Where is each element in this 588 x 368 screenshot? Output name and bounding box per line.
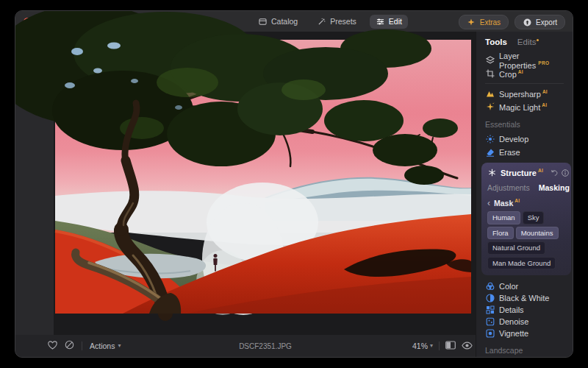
section-landscape: Landscape — [485, 346, 567, 355]
filename-label: DSCF2351.JPG — [236, 335, 295, 357]
extras-button[interactable]: Extras — [459, 15, 509, 29]
vignette-icon — [485, 329, 495, 339]
compare-icon — [445, 341, 456, 350]
tab-presets-label: Presets — [330, 17, 356, 26]
magic-light-icon — [485, 102, 495, 112]
export-button[interactable]: Export — [514, 15, 565, 29]
tool-label: Magic LightAI — [499, 102, 547, 112]
tool-label: Color — [499, 282, 518, 291]
photo-image — [55, 40, 471, 314]
divider — [439, 342, 440, 350]
bottom-toolbar: Actions ▾ DSCF2351.JPG 41% ▾ — [15, 335, 476, 357]
presets-wand-icon — [317, 17, 326, 26]
ai-badge: AI — [514, 198, 520, 203]
tool-item-magic-light[interactable]: Magic LightAI — [485, 100, 567, 113]
ai-badge: AI — [542, 89, 548, 94]
denoise-icon — [485, 317, 495, 327]
reset-button[interactable] — [551, 169, 558, 177]
tool-item-erase[interactable]: Erase — [485, 146, 567, 159]
tool-label: SupersharpAI — [499, 89, 548, 99]
undo-icon — [551, 169, 558, 177]
tool-item-supersharp[interactable]: SupersharpAI — [485, 87, 567, 100]
chevron-down-icon: ▾ — [430, 343, 433, 349]
export-icon — [523, 18, 532, 27]
reject-icon — [65, 340, 74, 350]
tool-label: Black & White — [499, 294, 549, 302]
zoom-level-value: 41% — [412, 342, 428, 350]
favorite-button[interactable] — [48, 339, 57, 353]
tab-masking[interactable]: Masking — [539, 183, 570, 192]
extras-sparkle-icon — [467, 18, 476, 27]
view-switcher: Catalog Presets Edit — [252, 14, 408, 29]
tab-edit-label: Edit — [389, 17, 402, 26]
reject-button[interactable] — [65, 339, 74, 353]
tab-edits[interactable]: Edits — [517, 38, 539, 46]
ai-badge: AI — [518, 69, 523, 74]
tool-item-color[interactable]: Color — [485, 280, 567, 292]
tool-label: Erase — [499, 148, 520, 157]
bw-icon — [485, 294, 495, 303]
divider — [82, 342, 82, 350]
ai-badge: AI — [542, 102, 547, 107]
tool-item-denoise[interactable]: Denoise — [485, 316, 567, 328]
tab-edit[interactable]: Edit — [370, 15, 408, 29]
mask-title: MaskAI — [494, 198, 520, 208]
tab-catalog-label: Catalog — [271, 17, 298, 26]
chevron-down-icon: ▾ — [118, 343, 121, 349]
tab-catalog[interactable]: Catalog — [252, 15, 304, 29]
preview-button[interactable] — [462, 339, 473, 353]
edit-sidebar: Tools Edits Layer PropertiesPRO CropAI S… — [476, 32, 573, 357]
structure-panel: StructureAI Adjustments Masking ‹ MaskAI… — [481, 163, 571, 275]
tool-item-black-white[interactable]: Black & White — [485, 292, 567, 304]
mask-chip-human[interactable]: Human — [487, 211, 520, 224]
tab-tools[interactable]: Tools — [485, 38, 507, 46]
mask-chip-flora[interactable]: Flora — [487, 227, 514, 240]
chevron-left-icon: ‹ — [487, 198, 490, 208]
tool-item-details[interactable]: Details — [485, 304, 567, 316]
zoom-dropdown[interactable]: 41% ▾ — [412, 342, 433, 350]
actions-label: Actions — [90, 342, 115, 350]
eye-icon — [462, 342, 473, 350]
edited-photo[interactable] — [55, 40, 471, 314]
edit-sliders-icon — [376, 17, 385, 26]
crop-icon — [485, 69, 495, 79]
actions-dropdown[interactable]: Actions ▾ — [90, 342, 121, 350]
tool-label: Develop — [499, 135, 528, 144]
titlebar-actions: Extras Export — [459, 15, 565, 29]
extras-label: Extras — [480, 18, 501, 26]
mask-chip-sky[interactable]: Sky — [523, 211, 545, 224]
compare-button[interactable] — [445, 339, 456, 353]
structure-icon — [487, 168, 497, 177]
app-window: ▾ Catalog Presets Edit — [15, 10, 573, 358]
heart-icon — [48, 341, 57, 350]
mask-chip-man-made-ground[interactable]: Man Made Ground — [487, 257, 556, 270]
divider — [485, 83, 564, 84]
edits-notification-dot — [537, 39, 539, 41]
tab-edits-label: Edits — [517, 38, 537, 46]
info-button[interactable] — [562, 169, 569, 177]
photo-canvas — [54, 32, 476, 335]
eraser-icon — [485, 148, 495, 158]
mask-chip-mountains[interactable]: Mountains — [516, 227, 559, 240]
tool-item-layer-properties[interactable]: Layer PropertiesPRO — [485, 54, 567, 67]
tool-label: CropAI — [499, 69, 523, 79]
catalog-icon — [258, 17, 268, 26]
color-wheel-icon — [485, 282, 495, 291]
tool-label: Details — [499, 305, 524, 314]
tool-label: Vignette — [499, 329, 528, 338]
tab-presets[interactable]: Presets — [311, 15, 362, 29]
tab-adjustments[interactable]: Adjustments — [487, 183, 530, 192]
export-label: Export — [536, 18, 557, 26]
tool-item-vignette[interactable]: Vignette — [485, 328, 567, 339]
tool-label: Denoise — [499, 317, 528, 326]
develop-sun-icon — [485, 135, 495, 144]
section-essentials: Essentials — [485, 120, 567, 130]
info-icon — [562, 169, 569, 177]
mask-back-button[interactable]: ‹ — [487, 199, 490, 208]
pro-badge: PRO — [538, 60, 549, 66]
tool-label: Layer PropertiesPRO — [499, 52, 567, 70]
mask-chip-natural-ground[interactable]: Natural Ground — [487, 241, 545, 255]
tool-item-develop[interactable]: Develop — [485, 132, 567, 146]
structure-title: StructureAI — [501, 168, 543, 177]
ai-badge: AI — [538, 168, 543, 173]
